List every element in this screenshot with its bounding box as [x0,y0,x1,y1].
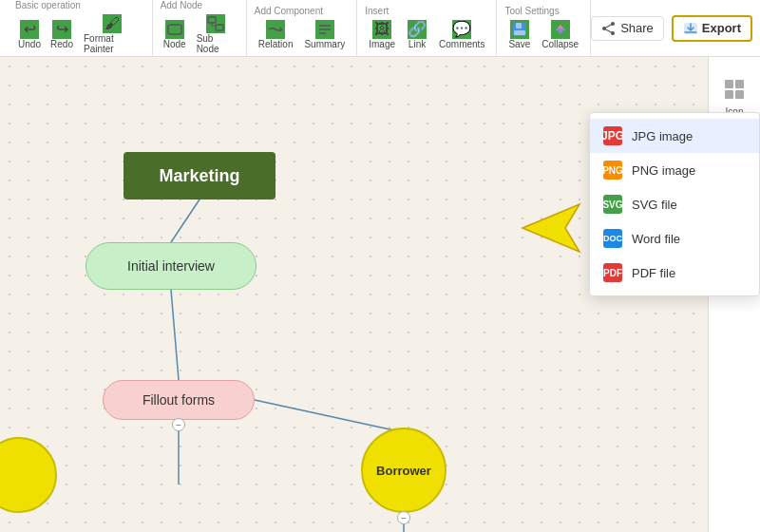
icon-panel-icon [721,76,748,103]
svg-rect-10 [516,23,522,28]
export-word-label: Word file [632,232,680,246]
svg-rect-2 [216,25,223,30]
jpg-icon: JPG [603,126,622,145]
redo-icon: ↪ [52,20,71,39]
export-button[interactable]: Export [672,15,752,42]
sub-node-icon [206,14,225,33]
fillout-forms-label: Fillout forms [142,392,215,408]
svg-marker-36 [522,204,580,252]
insert-label: Insert [365,6,389,16]
word-icon: DOC [603,229,622,248]
svg-line-18 [604,28,613,33]
add-component-label: Add Component [255,6,323,16]
link-icon: 🔗 [408,20,427,39]
comments-button[interactable]: 💬 Comments [435,18,488,51]
svg-rect-1 [208,17,216,23]
toolbar: Basic operation ↩ Undo ↪ Redo 🖌 Format P… [0,0,760,57]
toolbar-right: Share Export [591,15,752,42]
link-label: Link [408,39,426,49]
initial-interview-label: Initial interview [127,258,215,274]
node-marketing[interactable]: Marketing [124,152,276,200]
svg-line-21 [171,290,179,380]
node-fillout-forms[interactable]: Fillout forms [103,380,255,420]
undo-icon: ↩ [20,20,39,39]
share-label: Share [620,21,654,35]
export-label: Export [702,21,741,35]
add-component-group: Add Component Relation Summary [247,0,358,56]
share-icon [601,21,617,36]
svg-rect-25 [725,80,733,88]
share-button[interactable]: Share [591,16,664,41]
sidebar-item-icon[interactable]: Icon [721,76,748,117]
format-painter-icon: 🖌 [103,14,122,33]
format-painter-button[interactable]: 🖌 Format Painter [80,12,144,56]
relation-button[interactable]: Relation [255,18,297,51]
export-icon [683,21,698,36]
svg-rect-11 [514,30,525,35]
node-yellow-left[interactable] [0,437,57,513]
export-dropdown: JPG JPG image PNG PNG image SVG SVG file… [589,112,760,296]
pdf-icon: PDF [603,263,622,282]
yellow-arrow-annotation [513,200,589,260]
sub-node-button[interactable]: Sub Node [193,12,238,56]
node-initial-interview[interactable]: Initial interview [86,242,256,290]
comments-label: Comments [439,39,484,49]
undo-button[interactable]: ↩ Undo [15,18,44,51]
svg-line-20 [171,200,200,242]
svg-line-17 [604,24,613,28]
add-node-group: Add Node Node Sub Node [153,0,247,56]
export-svg-item[interactable]: SVG SVG file [590,187,759,221]
borrower-collapse-btn[interactable]: − [397,511,410,524]
tool-settings-group: Tool Settings Save Collapse [497,0,591,56]
export-jpg-label: JPG image [632,129,693,143]
export-jpg-item[interactable]: JPG JPG image [590,119,759,153]
format-painter-label: Format Painter [84,33,141,54]
export-png-label: PNG image [632,163,695,178]
svg-icon: SVG [603,195,622,214]
save-icon [510,20,529,39]
export-pdf-item[interactable]: PDF PDF file [590,256,759,290]
marketing-label: Marketing [159,166,239,186]
comments-icon: 💬 [452,20,471,39]
svg-rect-28 [735,90,744,99]
summary-icon [315,20,334,39]
collapse-label: Collapse [542,39,579,49]
export-word-item[interactable]: DOC Word file [590,221,759,256]
save-button[interactable]: Save [504,18,534,51]
summary-button[interactable]: Summary [300,18,349,51]
image-label: Image [369,39,395,49]
node-borrower[interactable]: Borrower [361,428,446,513]
export-png-item[interactable]: PNG PNG image [590,153,759,187]
svg-marker-13 [556,28,565,34]
svg-line-22 [255,400,394,430]
basic-operation-group: Basic operation ↩ Undo ↪ Redo 🖌 Format P… [8,0,153,56]
relation-icon [266,20,285,39]
node-icon [165,20,184,39]
redo-button[interactable]: ↪ Redo [48,18,76,51]
tool-settings-label: Tool Settings [504,6,559,16]
node-button[interactable]: Node [161,18,189,51]
relation-label: Relation [258,39,294,49]
collapse-button[interactable]: Collapse [538,18,582,51]
summary-label: Summary [304,39,345,49]
node-label: Node [163,39,186,49]
basic-operation-label: Basic operation [15,0,81,10]
svg-rect-26 [735,80,744,88]
undo-label: Undo [18,39,41,49]
image-button[interactable]: 🖼 Image [365,18,399,51]
save-label: Save [508,39,530,49]
svg-rect-27 [725,90,733,99]
collapse-icon [551,20,570,39]
sub-node-label: Sub Node [197,33,235,54]
png-icon: PNG [603,161,622,180]
export-pdf-label: PDF file [632,266,675,280]
borrower-label: Borrower [376,464,431,478]
export-svg-label: SVG file [632,198,677,212]
fillout-collapse-btn[interactable]: − [172,418,185,431]
link-button[interactable]: 🔗 Link [403,18,431,51]
image-icon: 🖼 [372,20,391,39]
add-node-label: Add Node [161,0,202,10]
svg-rect-0 [168,25,181,34]
canvas-area[interactable]: Marketing Initial interview Fillout form… [0,57,760,532]
redo-label: Redo [50,39,73,49]
